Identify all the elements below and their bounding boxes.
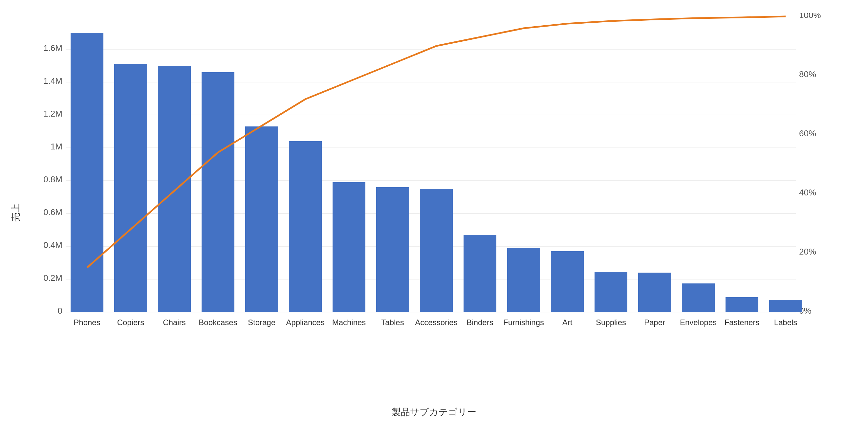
bar-fasteners — [725, 297, 758, 312]
svg-text:100%: 100% — [799, 13, 821, 20]
bar-supplies — [594, 272, 627, 312]
svg-text:1.6M: 1.6M — [43, 43, 62, 53]
xlabel-furnishings: Furnishings — [503, 318, 544, 327]
xlabel-storage: Storage — [248, 318, 275, 327]
xlabel-fasteners: Fasteners — [724, 318, 760, 327]
bar-appliances — [289, 141, 322, 312]
bar-phones — [70, 33, 103, 312]
xlabel-binders: Binders — [466, 318, 493, 327]
svg-text:20%: 20% — [799, 247, 816, 256]
svg-text:80%: 80% — [799, 69, 816, 79]
xlabel-art: Art — [562, 318, 572, 327]
bar-labels — [769, 300, 802, 312]
svg-text:0.6M: 0.6M — [43, 207, 62, 217]
xlabel-phones: Phones — [73, 318, 100, 327]
bar-copiers — [114, 64, 147, 312]
svg-text:60%: 60% — [799, 128, 816, 138]
bar-accessories — [420, 189, 453, 312]
bar-binders — [464, 235, 496, 312]
xlabel-supplies: Supplies — [596, 318, 626, 327]
svg-text:0.4M: 0.4M — [43, 240, 62, 250]
bar-storage — [245, 126, 278, 312]
main-chart: 0 0.2M 0.4M 0.6M 0.8M 1M 1.2M 1.4M 1.6M … — [39, 13, 829, 379]
svg-text:1.4M: 1.4M — [43, 76, 62, 86]
svg-text:0: 0 — [58, 306, 62, 315]
xlabel-appliances: Appliances — [286, 318, 324, 327]
svg-text:1M: 1M — [51, 142, 62, 151]
xlabel-paper: Paper — [644, 318, 665, 327]
bar-art — [551, 251, 584, 312]
chart-area: 0 0.2M 0.4M 0.6M 0.8M 1M 1.2M 1.4M 1.6M … — [39, 13, 829, 379]
bar-paper — [638, 273, 671, 312]
xlabel-bookcases: Bookcases — [198, 318, 237, 327]
chart-container: 売上 0 0.2M 0.4M 0.6M 0.8M 1M — [0, 0, 868, 425]
svg-text:40%: 40% — [799, 187, 816, 198]
xlabel-tables: Tables — [381, 318, 404, 327]
x-axis-label: 製品サブカテゴリー — [392, 406, 476, 419]
svg-text:0.2M: 0.2M — [43, 273, 62, 283]
xlabel-machines: Machines — [332, 318, 366, 327]
xlabel-accessories: Accessories — [415, 318, 457, 327]
svg-text:0.8M: 0.8M — [43, 174, 62, 184]
xlabel-copiers: Copiers — [117, 318, 145, 327]
bar-tables — [376, 187, 409, 312]
xlabel-chairs: Chairs — [163, 318, 185, 327]
y-axis-label: 売上 — [9, 203, 22, 222]
bar-envelopes — [682, 283, 715, 312]
bar-chairs — [158, 66, 191, 312]
bar-machines — [333, 182, 365, 312]
svg-text:1.2M: 1.2M — [43, 109, 62, 119]
bar-bookcases — [202, 72, 235, 312]
xlabel-labels: Labels — [774, 318, 798, 327]
bar-furnishings — [507, 248, 540, 312]
xlabel-envelopes: Envelopes — [680, 318, 717, 327]
